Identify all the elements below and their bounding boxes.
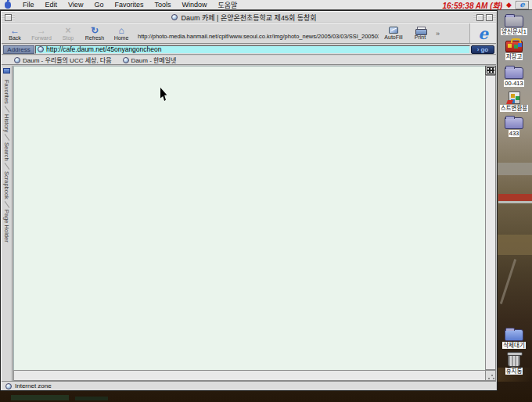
folder-icon: [505, 67, 523, 79]
window-title: Daum 카페 | 온양온천초등학교 제45회 동창회: [181, 13, 316, 23]
page-holder-grid-icon[interactable]: [485, 66, 496, 75]
wallpaper-building-row: [11, 395, 69, 400]
page-content[interactable]: [13, 66, 486, 370]
desktop-icon-label: 00-413: [504, 80, 523, 87]
tab-separator: [4, 163, 9, 170]
menu-tools[interactable]: Tools: [149, 1, 176, 9]
print-button[interactable]: Print: [407, 27, 433, 40]
menu-bar: File Edit View Go Favorites Tools Window…: [0, 0, 532, 10]
menu-file[interactable]: File: [17, 1, 40, 9]
tab-separator: [4, 106, 9, 113]
menu-window[interactable]: Window: [176, 1, 212, 9]
favorite-daum-ucc[interactable]: Daum - 우리들의 UCC 세상, 다음: [14, 56, 112, 64]
toolbar-overflow-chevron-icon[interactable]: »: [436, 30, 440, 38]
menu-edit[interactable]: Edit: [40, 1, 63, 9]
apple-menu-icon[interactable]: [5, 2, 11, 9]
autofill-icon: [389, 27, 398, 34]
menu-go[interactable]: Go: [88, 1, 109, 9]
tab-separator: [4, 201, 9, 208]
globe-icon: [38, 46, 44, 52]
tab-history[interactable]: History: [3, 114, 10, 132]
browser-window: Daum 카페 | 온양온천초등학교 제45회 동창회 ← Back → For…: [0, 10, 498, 391]
go-button[interactable]: › go: [471, 45, 494, 54]
desktop-icon-label: 저장고: [505, 53, 523, 60]
zoom-box[interactable]: [476, 14, 483, 21]
wallpaper-haze: [498, 163, 532, 175]
menu-help[interactable]: 도움말: [212, 0, 243, 10]
stop-button[interactable]: × Stop: [55, 26, 81, 41]
autofill-button[interactable]: AutoFill: [380, 27, 407, 40]
menu-view[interactable]: View: [63, 1, 88, 9]
favorite-daum-hanmail[interactable]: Daum - 한메일넷: [123, 56, 177, 64]
globe-icon: [171, 14, 178, 20]
menu-bar-right: 16:59:38 AM (화) ◆ e: [442, 0, 529, 11]
refresh-button[interactable]: ↻ Refresh: [81, 26, 108, 41]
desktop-icon-delete-pending[interactable]: 삭제대기: [496, 329, 532, 349]
application-menu[interactable]: e: [516, 1, 529, 9]
window-resize-grip[interactable]: [485, 370, 496, 381]
globe-icon: [123, 57, 129, 63]
folder-icon: [505, 329, 523, 341]
desktop-icon-label: 433: [509, 130, 520, 137]
go-arrow-icon: ›: [477, 46, 480, 53]
tab-search[interactable]: Search: [3, 142, 10, 161]
collapse-box[interactable]: [486, 14, 493, 21]
desktop-icon-433[interactable]: 433: [496, 117, 532, 137]
desktop-icon-storage[interactable]: 저장고: [496, 41, 532, 60]
loading-url-text: http://photo-media.hanmail.net/cpif/www.…: [138, 33, 379, 40]
trash-icon: [508, 354, 520, 367]
wallpaper-building-facade: [498, 201, 532, 203]
favorites-bar: Daum - 우리들의 UCC 세상, 다음 Daum - 한메일넷: [2, 56, 496, 65]
browser-main-area: Favorites History Search Scrapbook Page …: [2, 66, 496, 381]
tab-separator: [4, 134, 9, 141]
home-icon: ⌂: [118, 26, 124, 35]
tab-scrapbook[interactable]: Scrapbook: [3, 171, 10, 199]
wallpaper-red-roof-building: [498, 194, 532, 201]
converter-icon: [509, 92, 520, 104]
address-value: http://cafe.daum.net/45onyangoncheon: [46, 45, 161, 53]
desktop-icon-converter[interactable]: 스트변환용: [496, 92, 532, 112]
explorer-bar-icon[interactable]: [3, 68, 10, 74]
folder-icon: [505, 117, 523, 129]
folder-icon: [505, 16, 523, 27]
title-bar-widgets: [476, 14, 493, 21]
desktop-icon-00-413[interactable]: 00-413: [496, 67, 532, 87]
tab-favorites[interactable]: Favorites: [3, 80, 10, 104]
back-icon: ←: [10, 26, 20, 35]
diamond-icon[interactable]: ◆: [506, 1, 512, 9]
tab-page-holder[interactable]: Page Holder: [3, 210, 10, 242]
menu-clock[interactable]: 16:59:38 AM (화): [442, 0, 502, 11]
toolbox-icon: [505, 41, 523, 52]
ie-logo-icon: e: [478, 26, 488, 41]
address-input[interactable]: http://cafe.daum.net/45onyangoncheon: [35, 45, 470, 54]
globe-icon: [14, 57, 20, 63]
vertical-scrollbar[interactable]: [485, 75, 496, 370]
globe-icon: [5, 383, 12, 389]
address-label: Address: [3, 45, 34, 54]
window-title-bar[interactable]: Daum 카페 | 온양온천초등학교 제45회 동창회: [2, 12, 496, 23]
ie-logo-box: e: [469, 23, 496, 43]
menu-favorites[interactable]: Favorites: [109, 1, 149, 9]
desktop-screen: 양신문사1 저장고 00-413 스트변환용 433 삭제대기 휴지통 File…: [0, 0, 532, 402]
ie-app-icon: e: [519, 1, 524, 9]
address-bar-row: Address http://cafe.daum.net/45onyangonc…: [2, 45, 496, 55]
wallpaper-building-row2: [75, 397, 108, 400]
status-zone-text: Internet zone: [15, 382, 52, 389]
desktop-icon-label: 삭제대기: [502, 342, 526, 349]
desktop-icon-trash[interactable]: 휴지통: [496, 354, 532, 375]
stop-icon: ×: [65, 26, 70, 35]
forward-icon: →: [37, 26, 46, 35]
close-box[interactable]: [5, 14, 12, 21]
refresh-icon: ↻: [91, 26, 99, 35]
explorer-bar-tabs: Favorites History Search Scrapbook Page …: [2, 66, 13, 381]
status-bar: Internet zone: [2, 381, 496, 390]
desktop-icon-newspaper-folder[interactable]: 양신문사1: [496, 16, 532, 35]
wallpaper-road: [500, 259, 516, 304]
back-button[interactable]: ← Back: [2, 26, 28, 41]
forward-button[interactable]: → Forward: [28, 26, 55, 41]
wallpaper-field: [498, 235, 532, 255]
horizontal-scrollbar[interactable]: [13, 370, 486, 381]
home-button[interactable]: ⌂ Home: [108, 26, 135, 41]
browser-toolbar: ← Back → Forward × Stop ↻ Refresh ⌂ Home…: [2, 23, 496, 44]
window-title-area: Daum 카페 | 온양온천초등학교 제45회 동창회: [15, 13, 473, 22]
